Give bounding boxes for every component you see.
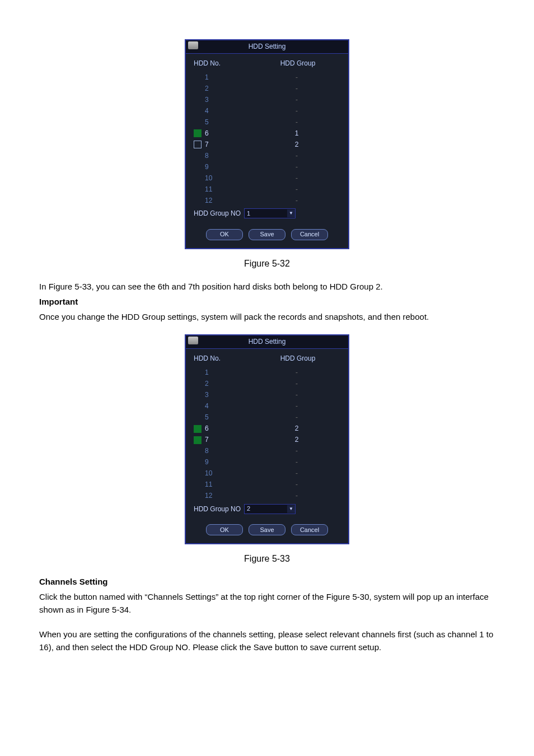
row-hdd-group: - [253,468,340,479]
save-button[interactable]: Save [249,524,285,535]
table-header: HDD No. HDD Group [194,353,340,364]
table-row: 6 2 [194,423,340,435]
hdd-group-no-label: HDD Group NO [194,504,241,515]
row-hdd-no: 7 [205,435,253,445]
row-hdd-no: 5 [205,412,253,423]
channels-setting-heading: Channels Setting [39,575,495,588]
row-hdd-group: 2 [253,139,340,150]
header-hdd-no: HDD No. [194,353,255,364]
row-hdd-no: 12 [205,491,253,501]
hdd-setting-dialog-1: HDD Setting HDD No. HDD Group 1 - 2 - 3 … [185,39,349,249]
cancel-button[interactable]: Cancel [291,524,328,535]
row-hdd-no: 9 [205,162,253,172]
row-checkbox[interactable] [194,425,202,433]
row-checkbox[interactable] [194,436,202,444]
paragraph: Click the button named with “Channels Se… [39,590,495,617]
figure-caption-2: Figure 5-33 [39,552,495,566]
hdd-group-no-value: 2 [245,504,287,514]
chevron-down-icon: ▼ [287,505,295,513]
table-row: 3 - [194,390,340,401]
cancel-label: Cancel [300,230,319,239]
row-hdd-group: - [253,446,340,456]
row-hdd-no: 11 [205,184,253,195]
row-hdd-no: 8 [205,446,253,456]
hdd-group-no-value: 1 [245,209,287,218]
ok-button[interactable]: OK [206,229,243,240]
ok-label: OK [220,230,229,239]
cancel-label: Cancel [300,525,319,535]
row-hdd-group: - [253,162,340,172]
ok-button[interactable]: OK [206,524,243,535]
row-hdd-no: 6 [205,128,253,139]
row-hdd-no: 1 [205,367,253,378]
dialog-title-text: HDD Setting [249,43,286,50]
paragraph: When you are setting the configurations … [39,628,495,654]
table-row: 4 - [194,105,340,116]
row-hdd-group: - [253,195,340,206]
hdd-group-no-select[interactable]: 1 ▼ [244,208,296,218]
ok-label: OK [220,525,229,535]
table-row: 5 - [194,116,340,128]
hdd-group-no-select[interactable]: 2 ▼ [244,504,296,514]
table-row: 4 - [194,401,340,412]
hdd-group-no-label: HDD Group NO [194,208,241,219]
hdd-group-no-line: HDD Group NO 1 ▼ [194,208,340,219]
row-hdd-no: 9 [205,457,253,468]
dialog-title-text: HDD Setting [249,338,286,346]
cancel-button[interactable]: Cancel [291,229,328,240]
row-hdd-group: - [253,401,340,412]
row-hdd-no: 2 [205,83,253,94]
row-hdd-no: 10 [205,468,253,479]
row-hdd-no: 11 [205,479,253,490]
header-hdd-no: HDD No. [194,58,255,69]
row-checkbox[interactable] [194,141,202,148]
row-hdd-no: 1 [205,72,253,83]
row-hdd-group: - [253,95,340,105]
hdd-setting-dialog-2: HDD Setting HDD No. HDD Group 1 - 2 - 3 … [185,334,349,544]
table-row: 12 - [194,491,340,502]
table-row: 8 - [194,150,340,161]
hdd-group-no-line: HDD Group NO 2 ▼ [194,504,340,515]
row-hdd-group: - [253,491,340,501]
row-hdd-group: - [253,83,340,94]
dialog-title: HDD Setting [186,335,348,349]
row-hdd-group: - [253,106,340,116]
save-label: Save [260,525,274,535]
paragraph: Once you change the HDD Group settings, … [39,310,495,323]
row-hdd-no: 4 [205,106,253,116]
paragraph: In Figure 5-33, you can see the 6th and … [39,280,495,293]
row-hdd-group: - [253,457,340,468]
table-row: 11 - [194,479,340,491]
table-row: 2 - [194,379,340,390]
row-hdd-group: - [253,117,340,128]
row-hdd-no: 5 [205,117,253,128]
row-hdd-no: 4 [205,401,253,412]
row-hdd-no: 3 [205,95,253,105]
button-row: OK Save Cancel [194,229,340,240]
table-row: 12 - [194,195,340,206]
hdd-rows-1: 1 - 2 - 3 - 4 - 5 - [194,72,340,206]
row-hdd-group: - [253,367,340,378]
row-checkbox[interactable] [194,129,202,137]
save-button[interactable]: Save [249,229,285,240]
row-hdd-no: 6 [205,423,253,434]
row-hdd-group: - [253,479,340,490]
row-hdd-no: 10 [205,173,253,184]
row-hdd-group: - [253,390,340,400]
table-row: 11 - [194,184,340,195]
table-row: 9 - [194,161,340,172]
dialog-title: HDD Setting [186,40,348,54]
row-hdd-group: 2 [253,435,340,445]
table-row: 3 - [194,94,340,105]
important-heading: Important [39,295,495,308]
header-hdd-group: HDD Group [255,58,340,69]
table-row: 6 1 [194,128,340,139]
row-hdd-group: - [253,379,340,389]
table-row: 1 - [194,367,340,379]
save-label: Save [260,230,274,239]
table-header: HDD No. HDD Group [194,58,340,69]
table-row: 7 2 [194,435,340,446]
table-row: 7 2 [194,139,340,150]
row-hdd-group: - [253,151,340,161]
row-hdd-no: 12 [205,195,253,206]
